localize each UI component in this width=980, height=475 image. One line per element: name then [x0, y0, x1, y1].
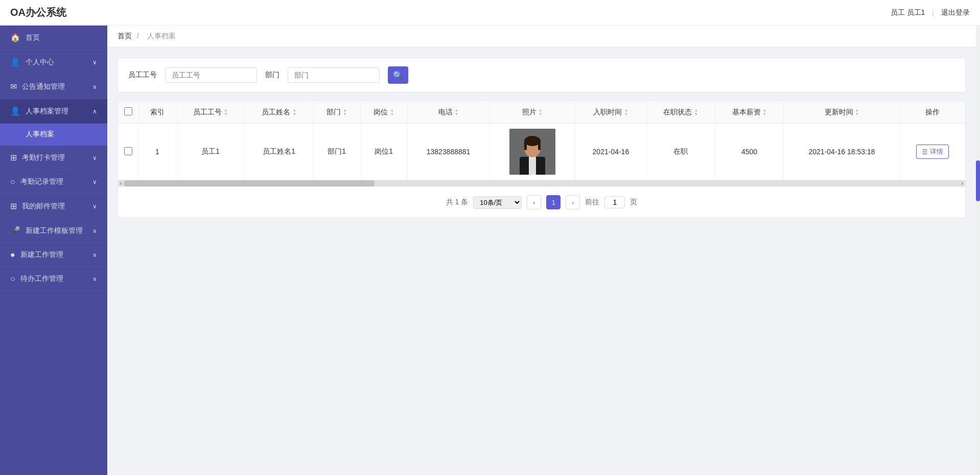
current-page-button[interactable]: 1 [546, 195, 561, 209]
sidebar-item-personal[interactable]: 👤 个人中心 ∨ [0, 50, 107, 75]
header-user-info: 员工 员工1 [891, 8, 925, 17]
th-photo[interactable]: 照片 ▲▼ [489, 101, 575, 124]
chevron-down-icon-6: ∨ [92, 227, 97, 234]
chevron-down-icon-2: ∨ [92, 83, 97, 90]
sort-arrows-salary[interactable]: ▲▼ [763, 108, 767, 116]
content-area: 首页 / 人事档案 员工工号 部门 🔍 [107, 26, 976, 475]
td-emp-name: 员工姓名1 [245, 124, 313, 180]
table-container: 索引 员工工号 ▲▼ [118, 101, 966, 218]
hr-icon: 👤 [10, 106, 20, 116]
sort-arrows-phone[interactable]: ▲▼ [455, 108, 459, 116]
chevron-down-icon-7: ∨ [92, 251, 97, 258]
th-join-date[interactable]: 入职时间 ▲▼ [575, 101, 647, 124]
sidebar-item-home[interactable]: 🏠 首页 [0, 26, 107, 50]
th-phone[interactable]: 电话 ▲▼ [407, 101, 489, 124]
email-icon: ⊞ [10, 201, 17, 211]
detail-button[interactable]: ☰ 详情 [916, 145, 949, 159]
template-icon: 🎤 [10, 226, 20, 235]
sort-arrows-update-time[interactable]: ▲▼ [855, 108, 859, 116]
app-logo: OA办公系统 [10, 6, 66, 19]
logout-button[interactable]: 退出登录 [941, 8, 970, 17]
th-position[interactable]: 岗位 ▲▼ [360, 101, 407, 124]
sidebar-item-template[interactable]: 🎤 新建工作模板管理 ∨ [0, 219, 107, 243]
pagination: 共 1 条 10条/页 20条/页 50条/页 ‹ 1 › 前往 页 [118, 186, 965, 218]
sort-arrows-position[interactable]: ▲▼ [390, 108, 394, 116]
td-join-date: 2021-04-16 [575, 124, 647, 180]
sidebar-label-work: 新建工作管理 [20, 250, 63, 259]
search-button[interactable]: 🔍 [388, 66, 408, 84]
sidebar-label-attendance2: 考勤记录管理 [20, 177, 63, 186]
td-checkbox [118, 124, 138, 180]
th-emp-id[interactable]: 员工工号 ▲▼ [176, 101, 245, 124]
header-right: 员工 员工1 | 退出登录 [891, 8, 970, 17]
sort-arrows-status[interactable]: ▲▼ [694, 108, 698, 116]
th-join-date-label: 入职时间 [593, 108, 622, 117]
detail-icon: ☰ [922, 148, 928, 156]
sidebar-item-attendance2[interactable]: ○ 考勤记录管理 ∨ [0, 170, 107, 194]
horizontal-scrollbar[interactable]: ‹ › [118, 180, 965, 186]
main-layout: 🏠 首页 👤 个人中心 ∨ ✉ 公告通知管理 ∨ 👤 人事档案管理 [0, 26, 980, 475]
td-status: 在职 [646, 124, 715, 180]
th-index: 索引 [138, 101, 176, 124]
td-photo [489, 124, 575, 180]
td-phone: 13823888881 [407, 124, 489, 180]
table-scroll[interactable]: 索引 员工工号 ▲▼ [118, 101, 965, 180]
goto-label: 前往 [585, 198, 599, 207]
breadcrumb-home[interactable]: 首页 [118, 32, 132, 40]
select-all-checkbox[interactable] [124, 107, 132, 115]
chevron-down-icon-8: ∨ [92, 275, 97, 282]
prev-page-button[interactable]: ‹ [527, 195, 541, 209]
sort-arrows-emp-id[interactable]: ▲▼ [224, 108, 228, 116]
sidebar-item-todo[interactable]: ○ 待办工作管理 ∨ [0, 267, 107, 291]
employee-photo [509, 129, 555, 175]
chevron-down-icon-5: ∨ [92, 203, 97, 210]
th-status[interactable]: 在职状态 ▲▼ [646, 101, 715, 124]
td-emp-id: 员工1 [176, 124, 245, 180]
search-bar: 员工工号 部门 🔍 [118, 58, 966, 92]
sidebar-label-notice: 公告通知管理 [22, 82, 65, 91]
sort-arrows-photo[interactable]: ▲▼ [539, 108, 543, 116]
right-scrollbar[interactable] [976, 26, 980, 475]
chevron-up-icon: ∧ [92, 108, 97, 115]
row-checkbox[interactable] [124, 147, 132, 155]
th-update-time[interactable]: 更新时间 ▲▼ [784, 101, 900, 124]
th-emp-name[interactable]: 员工姓名 ▲▼ [245, 101, 313, 124]
sidebar-label-todo: 待办工作管理 [20, 274, 63, 283]
sidebar-label-home: 首页 [26, 33, 40, 42]
table-header-row: 索引 员工工号 ▲▼ [118, 101, 965, 124]
right-scrollbar-thumb[interactable] [976, 160, 980, 201]
th-salary[interactable]: 基本薪资 ▲▼ [715, 101, 783, 124]
sort-arrows-join-date[interactable]: ▲▼ [624, 108, 628, 116]
sidebar-item-hr-archive[interactable]: 人事档案 [0, 124, 107, 146]
home-icon: 🏠 [10, 33, 20, 42]
th-phone-label: 电话 [438, 108, 453, 117]
th-status-label: 在职状态 [663, 108, 692, 117]
sidebar-item-notice[interactable]: ✉ 公告通知管理 ∨ [0, 75, 107, 99]
sort-arrows-emp-name[interactable]: ▲▼ [292, 108, 296, 116]
scrollbar-thumb[interactable] [124, 180, 375, 186]
next-page-button[interactable]: › [566, 195, 580, 209]
td-update-time: 2021-04-16 18:53:18 [784, 124, 900, 180]
td-index: 1 [138, 124, 176, 180]
personal-icon: 👤 [10, 57, 20, 67]
svg-rect-3 [529, 157, 536, 175]
page-body: 员工工号 部门 🔍 [107, 48, 976, 228]
th-position-label: 岗位 [374, 108, 388, 117]
th-checkbox [118, 101, 138, 124]
sidebar-item-hr[interactable]: 👤 人事档案管理 ∧ [0, 99, 107, 124]
sidebar-item-email[interactable]: ⊞ 我的邮件管理 ∨ [0, 194, 107, 219]
sidebar-item-attendance1[interactable]: ⊞ 考勤打卡管理 ∨ [0, 146, 107, 170]
th-dept[interactable]: 部门 ▲▼ [313, 101, 360, 124]
employee-id-input[interactable] [165, 67, 257, 83]
work-icon: ● [10, 250, 15, 259]
sidebar-item-work[interactable]: ● 新建工作管理 ∨ [0, 243, 107, 267]
page-unit-label: 页 [630, 198, 637, 207]
sort-arrows-dept[interactable]: ▲▼ [343, 108, 347, 116]
page-size-select[interactable]: 10条/页 20条/页 50条/页 [473, 196, 522, 209]
sidebar-label-template: 新建工作模板管理 [26, 226, 83, 235]
scroll-right-button[interactable]: › [959, 180, 965, 186]
goto-page-input[interactable] [604, 196, 625, 208]
department-input[interactable] [288, 67, 380, 83]
scroll-left-button[interactable]: ‹ [118, 180, 124, 186]
attendance1-icon: ⊞ [10, 153, 17, 162]
